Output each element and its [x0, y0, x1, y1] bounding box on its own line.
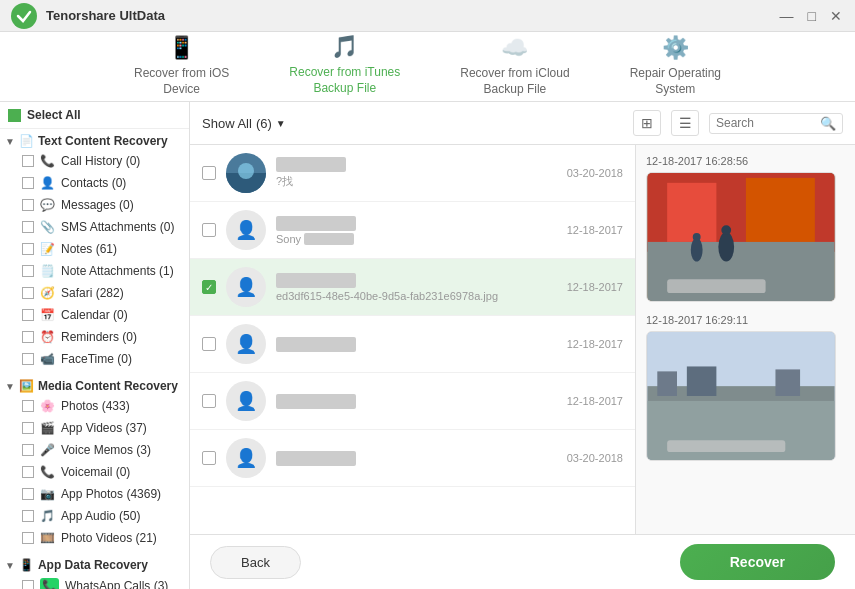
preview-1-image [646, 172, 836, 302]
list-panel: ██████ ?找 03-20-2018 👤 ██████ Sony ██ [190, 145, 635, 534]
sidebar-item-photos[interactable]: 🌸 Photos (433) [0, 395, 189, 417]
close-button[interactable]: ✕ [827, 8, 845, 24]
safari-checkbox[interactable] [22, 287, 34, 299]
call-history-checkbox[interactable] [22, 155, 34, 167]
sidebar-item-facetime[interactable]: 📹 FaceTime (0) [0, 348, 189, 370]
sidebar-item-messages[interactable]: 💬 Messages (0) [0, 194, 189, 216]
note-attachments-checkbox[interactable] [22, 265, 34, 277]
show-all-count: (6) [256, 116, 272, 131]
grid-view-button[interactable]: ⊞ [633, 110, 661, 136]
contacts-checkbox[interactable] [22, 177, 34, 189]
nav-icloud[interactable]: ☁️ Recover from iCloudBackup File [450, 27, 579, 105]
svg-point-11 [691, 238, 703, 262]
sidebar-item-safari[interactable]: 🧭 Safari (282) [0, 282, 189, 304]
app-photos-checkbox[interactable] [22, 488, 34, 500]
sidebar-item-app-audio[interactable]: 🎵 App Audio (50) [0, 505, 189, 527]
nav-ios[interactable]: 📱 Recover from iOSDevice [124, 27, 239, 105]
repair-icon: ⚙️ [662, 35, 689, 61]
item-3-date: 12-18-2017 [567, 281, 623, 293]
nav-repair[interactable]: ⚙️ Repair OperatingSystem [620, 27, 731, 105]
reminders-checkbox[interactable] [22, 331, 34, 343]
photos-checkbox[interactable] [22, 400, 34, 412]
content-area: Show All (6) ▼ ⊞ ☰ 🔍 [190, 102, 855, 589]
item-6-checkbox[interactable] [202, 451, 216, 465]
photo-videos-icon: 🎞️ [40, 531, 55, 545]
item-3-checkbox[interactable]: ✓ [202, 280, 216, 294]
sidebar-item-notes[interactable]: 📝 Notes (61) [0, 238, 189, 260]
item-2-date: 12-18-2017 [567, 224, 623, 236]
item-1-checkbox[interactable] [202, 166, 216, 180]
sms-attachments-checkbox[interactable] [22, 221, 34, 233]
preview-2-timestamp: 12-18-2017 16:29:11 [646, 314, 845, 326]
voicemail-checkbox[interactable] [22, 466, 34, 478]
item-4-date: 12-18-2017 [567, 338, 623, 350]
list-item[interactable]: ██████ ?找 03-20-2018 [190, 145, 635, 202]
voice-memos-checkbox[interactable] [22, 444, 34, 456]
item-2-name: ██████ [276, 216, 557, 231]
voicemail-label: Voicemail (0) [61, 465, 130, 479]
notes-checkbox[interactable] [22, 243, 34, 255]
svg-point-10 [721, 225, 731, 235]
nav-ios-label: Recover from iOSDevice [134, 66, 229, 97]
sidebar-item-whatsapp-calls[interactable]: 📞 WhatsApp Calls (3) [0, 574, 189, 589]
list-item[interactable]: 👤 ██████ 03-20-2018 [190, 430, 635, 487]
app-logo: Tenorshare UltData [10, 2, 165, 30]
messages-label: Messages (0) [61, 198, 134, 212]
app-videos-checkbox[interactable] [22, 422, 34, 434]
sidebar-item-app-videos[interactable]: 🎬 App Videos (37) [0, 417, 189, 439]
facetime-checkbox[interactable] [22, 353, 34, 365]
sidebar: Select All ▼ 📄 Text Content Recovery 📞 C… [0, 102, 190, 589]
item-1-name: ██████ [276, 157, 557, 172]
maximize-button[interactable]: □ [805, 8, 819, 24]
sidebar-item-photo-videos[interactable]: 🎞️ Photo Videos (21) [0, 527, 189, 549]
sidebar-item-sms-attachments[interactable]: 📎 SMS Attachments (0) [0, 216, 189, 238]
svg-rect-18 [657, 371, 677, 396]
list-item[interactable]: ✓ 👤 ██████ ed3df615-48e5-40be-9d5a-fab23… [190, 259, 635, 316]
reminders-label: Reminders (0) [61, 330, 137, 344]
sidebar-item-reminders[interactable]: ⏰ Reminders (0) [0, 326, 189, 348]
minimize-button[interactable]: — [777, 8, 797, 24]
list-item[interactable]: 👤 ██████ 12-18-2017 [190, 373, 635, 430]
photo-videos-checkbox[interactable] [22, 532, 34, 544]
navbar: 📱 Recover from iOSDevice 🎵 Recover from … [0, 32, 855, 102]
item-1-info: ██████ ?找 [276, 157, 557, 189]
app-audio-checkbox[interactable] [22, 510, 34, 522]
section-text-content[interactable]: ▼ 📄 Text Content Recovery [0, 129, 189, 150]
text-section-icon: 📄 [19, 134, 34, 148]
sidebar-item-contacts[interactable]: 👤 Contacts (0) [0, 172, 189, 194]
sidebar-item-call-history[interactable]: 📞 Call History (0) [0, 150, 189, 172]
select-all-checkbox[interactable] [8, 109, 21, 122]
sidebar-item-voicemail[interactable]: 📞 Voicemail (0) [0, 461, 189, 483]
item-2-checkbox[interactable] [202, 223, 216, 237]
window-controls[interactable]: — □ ✕ [777, 8, 845, 24]
svg-rect-6 [667, 183, 716, 242]
select-all-row[interactable]: Select All [0, 102, 189, 129]
item-5-info: ██████ [276, 394, 557, 409]
back-button[interactable]: Back [210, 546, 301, 579]
item-1-avatar [226, 153, 266, 193]
messages-checkbox[interactable] [22, 199, 34, 211]
calendar-checkbox[interactable] [22, 309, 34, 321]
list-item[interactable]: 👤 ██████ 12-18-2017 [190, 316, 635, 373]
list-item[interactable]: 👤 ██████ Sony ██ 12-18-2017 [190, 202, 635, 259]
search-input[interactable] [716, 116, 816, 130]
recover-button[interactable]: Recover [680, 544, 835, 580]
safari-icon: 🧭 [40, 286, 55, 300]
item-5-avatar: 👤 [226, 381, 266, 421]
sidebar-item-app-photos[interactable]: 📷 App Photos (4369) [0, 483, 189, 505]
item-4-checkbox[interactable] [202, 337, 216, 351]
section-media-content[interactable]: ▼ 🖼️ Media Content Recovery [0, 374, 189, 395]
section-app-data[interactable]: ▼ 📱 App Data Recovery [0, 553, 189, 574]
list-view-button[interactable]: ☰ [671, 110, 699, 136]
sidebar-item-note-attachments[interactable]: 🗒️ Note Attachments (1) [0, 260, 189, 282]
whatsapp-calls-checkbox[interactable] [22, 580, 34, 589]
show-all-button[interactable]: Show All (6) ▼ [202, 116, 286, 131]
sidebar-item-calendar[interactable]: 📅 Calendar (0) [0, 304, 189, 326]
nav-itunes[interactable]: 🎵 Recover from iTunesBackup File [279, 26, 410, 106]
item-4-info: ██████ [276, 337, 557, 352]
sidebar-item-voice-memos[interactable]: 🎤 Voice Memos (3) [0, 439, 189, 461]
media-section-icon: 🖼️ [19, 379, 34, 393]
item-5-checkbox[interactable] [202, 394, 216, 408]
expand-icon: ▼ [5, 136, 15, 147]
preview-item-1: 12-18-2017 16:28:56 [646, 155, 845, 302]
